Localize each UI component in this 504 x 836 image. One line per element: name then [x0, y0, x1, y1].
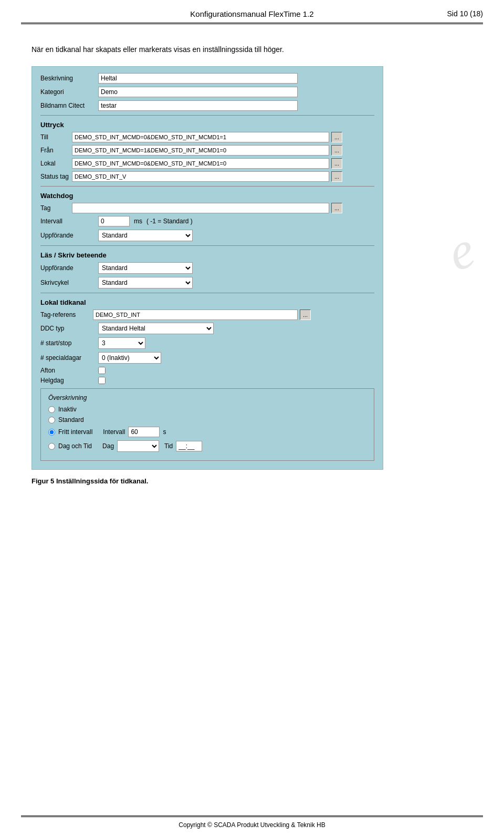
- watchdog-interval-label: Intervall: [40, 218, 98, 225]
- dag-och-tid-radio[interactable]: [48, 443, 55, 450]
- helgdag-row: Helgdag: [40, 377, 374, 384]
- till-label: Till: [40, 133, 72, 141]
- footer-copyright: Copyright © SCADA Produkt Utveckling & T…: [0, 817, 504, 836]
- till-input[interactable]: [72, 132, 329, 142]
- watchdog-divider: [40, 186, 374, 187]
- fran-label: Från: [40, 147, 72, 154]
- intervall-extra-unit: s: [163, 428, 166, 436]
- fritt-intervall-row: Fritt intervall Intervall s: [48, 427, 366, 437]
- lokal-tidkanal-header: Lokal tidkanal: [40, 298, 374, 306]
- beskrivning-label: Beskrivning: [40, 75, 98, 82]
- status-tag-label: Status tag: [40, 173, 72, 180]
- bildnamn-row: Bildnamn Citect: [40, 100, 374, 111]
- specialdagar-label: # specialdagar: [40, 354, 98, 362]
- kategori-row: Kategori: [40, 87, 374, 97]
- start-stop-row: # start/stop 3: [40, 337, 374, 349]
- watchdog-tag-browse-button[interactable]: ...: [331, 203, 342, 213]
- standard-radio-row: Standard: [48, 416, 366, 424]
- fran-browse-button[interactable]: ...: [331, 145, 342, 156]
- bildnamn-input[interactable]: [98, 100, 298, 111]
- overskrivning-box: Överskrivning Inaktiv Standard Fritt int…: [40, 388, 374, 461]
- document-title: Konfigurationsmanual FlexTime 1.2: [190, 9, 313, 18]
- lokal-browse-button[interactable]: ...: [331, 158, 342, 169]
- helgdag-checkbox[interactable]: [98, 377, 106, 384]
- specialdagar-row: # specialdagar 0 (Inaktiv): [40, 352, 374, 364]
- dag-och-tid-extra: Dag Tid: [102, 440, 202, 452]
- watchdog-uppforande-select[interactable]: Standard: [98, 230, 193, 241]
- lokal-expr-row: Lokal ...: [40, 158, 374, 169]
- status-tag-browse-button[interactable]: ...: [331, 171, 342, 182]
- interval-unit: ms: [134, 218, 142, 225]
- kategori-label: Kategori: [40, 88, 98, 96]
- till-row: Till ...: [40, 132, 374, 142]
- beskrivning-input[interactable]: [98, 73, 298, 84]
- status-tag-row: Status tag ...: [40, 171, 374, 182]
- afton-row: Afton: [40, 367, 374, 374]
- skrivcykel-row: Skrivcykel Standard: [40, 277, 374, 288]
- afton-checkbox[interactable]: [98, 367, 106, 374]
- page-footer: Copyright © SCADA Produkt Utveckling & T…: [0, 816, 504, 836]
- watchdog-uppforande-label: Uppförande: [40, 232, 98, 239]
- watchdog-header: Watchdog: [40, 192, 374, 200]
- tid-label: Tid: [164, 442, 173, 450]
- watchdog-interval-input[interactable]: [98, 216, 130, 226]
- ls-uppforande-row: Uppförande Standard: [40, 262, 374, 274]
- inaktiv-row: Inaktiv: [48, 406, 366, 413]
- overskrivning-title: Överskrivning: [48, 394, 366, 401]
- watchdog-tag-input[interactable]: [72, 203, 329, 213]
- start-stop-select[interactable]: 3: [98, 337, 145, 349]
- inaktiv-label: Inaktiv: [58, 406, 77, 413]
- uttryck-header: Uttryck: [40, 121, 374, 129]
- skrivcykel-label: Skrivcykel: [40, 279, 98, 286]
- intervall-extra-label: Intervall: [103, 428, 125, 436]
- settings-panel: Beskrivning Kategori Bildnamn Citect Utt…: [32, 66, 383, 470]
- lokal-expr-label: Lokal: [40, 160, 72, 167]
- standard-radio[interactable]: [48, 417, 55, 424]
- las-skriv-header: Läs / Skriv beteende: [40, 251, 374, 259]
- tag-referens-input[interactable]: [93, 309, 298, 320]
- inaktiv-radio[interactable]: [48, 406, 55, 413]
- till-browse-button[interactable]: ...: [331, 132, 342, 142]
- dag-och-tid-label: Dag och Tid: [58, 442, 92, 450]
- page-number: Sid 10 (18): [447, 9, 483, 18]
- page-header: Konfigurationsmanual FlexTime 1.2 Sid 10…: [0, 0, 504, 23]
- start-stop-label: # start/stop: [40, 339, 98, 347]
- fran-row: Från ...: [40, 145, 374, 156]
- las-skriv-divider: [40, 245, 374, 246]
- helgdag-label: Helgdag: [40, 377, 98, 384]
- dag-och-tid-row: Dag och Tid Dag Tid: [48, 440, 366, 452]
- status-tag-input[interactable]: [72, 171, 329, 182]
- ddc-typ-label: DDC typ: [40, 325, 98, 332]
- tag-referens-row: Tag-referens ...: [40, 309, 374, 320]
- lokal-expr-input[interactable]: [72, 158, 329, 169]
- fritt-intervall-extra: Intervall s: [103, 427, 166, 437]
- ls-uppforande-select[interactable]: Standard: [98, 262, 193, 274]
- bildnamn-label: Bildnamn Citect: [40, 102, 98, 109]
- standard-radio-label: Standard: [58, 416, 84, 424]
- figure-caption: Figur 5 Inställningssida för tidkanal.: [32, 477, 472, 485]
- page-body: När en tidkanal har skapats eller marker…: [0, 24, 504, 517]
- ddc-typ-select[interactable]: Standard Heltal: [98, 323, 214, 334]
- tag-referens-browse-button[interactable]: ...: [300, 309, 311, 320]
- lokal-tidkanal-divider: [40, 293, 374, 293]
- watchdog-uppforande-row: Uppförande Standard: [40, 230, 374, 241]
- uttryck-divider: [40, 115, 374, 116]
- afton-label: Afton: [40, 367, 98, 374]
- skrivcykel-select[interactable]: Standard: [98, 277, 193, 288]
- watchdog-tag-label: Tag: [40, 204, 72, 212]
- kategori-input[interactable]: [98, 87, 298, 97]
- ls-uppforande-label: Uppförande: [40, 264, 98, 272]
- specialdagar-select[interactable]: 0 (Inaktiv): [98, 352, 161, 364]
- dag-label: Dag: [102, 442, 114, 450]
- fritt-intervall-radio[interactable]: [48, 429, 55, 436]
- interval-note: ( -1 = Standard ): [146, 218, 193, 225]
- fran-input[interactable]: [72, 145, 329, 156]
- tag-referens-label: Tag-referens: [40, 311, 93, 318]
- fritt-intervall-label: Fritt intervall: [58, 428, 92, 436]
- intro-paragraph: När en tidkanal har skapats eller marker…: [32, 45, 472, 54]
- intervall-extra-input[interactable]: [128, 427, 160, 437]
- dag-select[interactable]: [117, 440, 159, 452]
- beskrivning-row: Beskrivning: [40, 73, 374, 84]
- tid-input[interactable]: [176, 441, 202, 451]
- ddc-typ-row: DDC typ Standard Heltal: [40, 323, 374, 334]
